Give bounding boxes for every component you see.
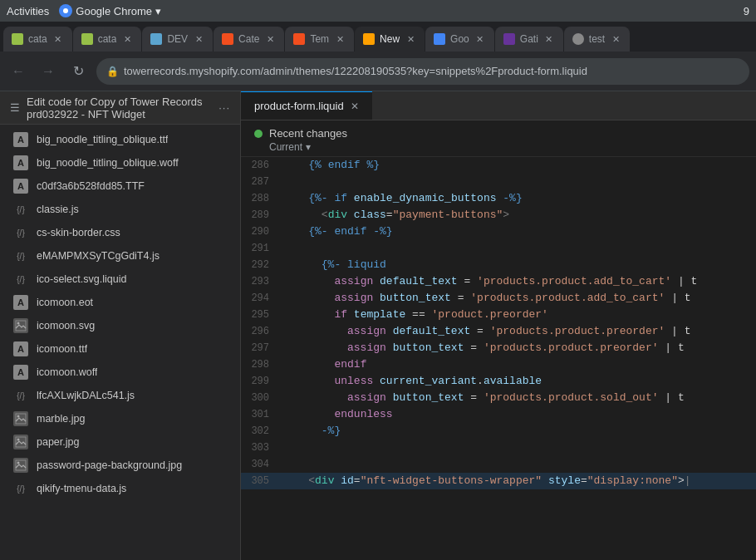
- file-item[interactable]: paper.jpg: [0, 430, 240, 454]
- file-item[interactable]: Aicomoon.ttf: [0, 337, 240, 361]
- line-content[interactable]: assign button_text = 'products.product.s…: [282, 390, 756, 406]
- tab-close-dev[interactable]: ✕: [193, 33, 204, 45]
- tab-favicon-gat: [503, 33, 515, 45]
- back-button[interactable]: ←: [7, 60, 30, 83]
- file-icon: [13, 435, 28, 449]
- svg-point-0: [63, 8, 68, 13]
- line-content[interactable]: {%- liquid: [282, 257, 756, 273]
- file-item[interactable]: marble.jpg: [0, 407, 240, 430]
- line-content[interactable]: {%- if enable_dynamic_buttons -%}: [282, 190, 756, 207]
- file-item[interactable]: Abig_noodle_titling_oblique.ttf: [0, 128, 240, 151]
- tab-dev[interactable]: DEV ✕: [142, 27, 213, 52]
- code-area[interactable]: 286 {% endif %}287 288 {%- if enable_dyn…: [241, 157, 756, 560]
- line-content[interactable]: [282, 456, 756, 473]
- file-item[interactable]: Abig_noodle_titling_oblique.woff: [0, 151, 240, 174]
- current-button[interactable]: Current ▾: [269, 141, 743, 153]
- line-content[interactable]: {%- endif -%}: [282, 224, 756, 240]
- tab-close-goo[interactable]: ✕: [474, 33, 486, 45]
- file-name: big_noodle_titling_oblique.ttf: [37, 134, 168, 145]
- line-content[interactable]: [282, 440, 756, 456]
- line-content[interactable]: endif: [282, 356, 756, 373]
- line-number: 292: [241, 257, 282, 273]
- code-line: 301 endunless: [241, 406, 756, 423]
- line-content[interactable]: -%}: [282, 423, 756, 440]
- sidebar-more-button[interactable]: ···: [218, 101, 230, 114]
- line-content[interactable]: [282, 174, 756, 190]
- tab-close-gat[interactable]: ✕: [543, 33, 555, 45]
- tab-label-test: test: [589, 33, 605, 45]
- file-list: Abig_noodle_titling_oblique.ttfAbig_nood…: [0, 125, 240, 560]
- file-name: icomoon.ttf: [37, 343, 87, 355]
- line-content[interactable]: unless current_variant.available: [282, 373, 756, 390]
- file-item[interactable]: Aicomoon.woff: [0, 361, 240, 384]
- file-item[interactable]: {/}qikify-tmenu-data.js: [0, 477, 240, 500]
- file-name: icomoon.eot: [37, 297, 93, 308]
- line-number: 288: [241, 190, 282, 207]
- file-item[interactable]: Ac0df3a6b528fdd85.TTF: [0, 174, 240, 198]
- tab-tem[interactable]: Tem ✕: [285, 27, 354, 52]
- activities-button[interactable]: Activities: [7, 5, 49, 17]
- sidebar-header: ☰ Edit code for Copy of Tower Records pr…: [0, 91, 240, 125]
- line-content[interactable]: {% endif %}: [282, 157, 756, 174]
- file-item[interactable]: password-page-background.jpg: [0, 454, 240, 477]
- file-name: cs-skin-border.css: [37, 227, 120, 238]
- reload-button[interactable]: ↻: [66, 60, 90, 83]
- file-item[interactable]: {/}ico-select.svg.liquid: [0, 268, 240, 291]
- tab-close-cate[interactable]: ✕: [264, 33, 276, 45]
- file-item[interactable]: Aicomoon.eot: [0, 291, 240, 314]
- file-item[interactable]: {/}classie.js: [0, 198, 240, 221]
- file-item[interactable]: {/}eMAMPMXSyTCgGdiT4.js: [0, 244, 240, 268]
- system-time: 9: [744, 5, 749, 17]
- file-item[interactable]: {/}lfcAXLwjkDALc541.js: [0, 384, 240, 407]
- svg-rect-7: [16, 460, 26, 470]
- editor-tab-product-form[interactable]: product-form.liquid ✕: [241, 91, 372, 120]
- tab-close-tem[interactable]: ✕: [334, 33, 346, 45]
- file-item[interactable]: {/}cs-skin-border.css: [0, 221, 240, 244]
- code-line: 286 {% endif %}: [241, 157, 756, 174]
- tab-gat[interactable]: Gati ✕: [495, 27, 563, 52]
- tab-cat1[interactable]: cata ✕: [3, 27, 72, 52]
- file-item[interactable]: icomoon.svg: [0, 314, 240, 337]
- tab-label-tem: Tem: [310, 33, 329, 45]
- file-icon: A: [13, 179, 28, 194]
- url-text: towerrecords.myshopify.com/admin/themes/…: [124, 65, 587, 77]
- file-icon: A: [13, 295, 28, 310]
- line-content[interactable]: endunless: [282, 406, 756, 423]
- tab-test[interactable]: test ✕: [564, 27, 630, 52]
- code-line: 293 assign default_text = 'products.prod…: [241, 273, 756, 290]
- line-content[interactable]: [282, 240, 756, 257]
- line-content[interactable]: <div class="payment-buttons">: [282, 207, 756, 224]
- tab-new[interactable]: New ✕: [355, 27, 425, 52]
- tab-close-cat1[interactable]: ✕: [52, 33, 64, 45]
- line-content[interactable]: assign default_text = 'products.product.…: [282, 323, 756, 340]
- line-number: 299: [241, 373, 282, 390]
- code-line: 288 {%- if enable_dynamic_buttons -%}: [241, 190, 756, 207]
- code-line: 295 if template == 'product.preorder': [241, 307, 756, 323]
- tab-close-cat2[interactable]: ✕: [121, 33, 133, 45]
- line-content[interactable]: assign button_text = 'products.product.p…: [282, 340, 756, 356]
- line-content[interactable]: if template == 'product.preorder': [282, 307, 756, 323]
- code-line: 292 {%- liquid: [241, 257, 756, 273]
- chrome-dropdown-icon[interactable]: ▾: [155, 5, 161, 17]
- editor-tab-close[interactable]: ✕: [351, 101, 359, 112]
- tab-goo[interactable]: Goo ✕: [425, 27, 494, 52]
- tab-favicon-new: [363, 33, 375, 45]
- forward-button[interactable]: →: [37, 60, 60, 83]
- line-number: 301: [241, 406, 282, 423]
- line-content[interactable]: <div id="nft-widget-buttons-wrapper" sty…: [282, 473, 756, 489]
- line-content[interactable]: assign button_text = 'products.product.a…: [282, 290, 756, 307]
- tab-close-test[interactable]: ✕: [610, 33, 621, 45]
- file-icon: {/}: [13, 481, 28, 496]
- tab-cat2[interactable]: cata ✕: [73, 27, 142, 52]
- line-content[interactable]: assign default_text = 'products.product.…: [282, 273, 756, 290]
- file-name: qikify-tmenu-data.js: [37, 483, 126, 494]
- sidebar-back-button[interactable]: ☰: [10, 101, 20, 114]
- tab-cate[interactable]: Cate ✕: [214, 27, 284, 52]
- line-number: 290: [241, 224, 282, 240]
- file-name: eMAMPMXSyTCgGdiT4.js: [37, 250, 160, 262]
- current-label: Current: [269, 141, 302, 153]
- file-icon: {/}: [13, 272, 28, 287]
- tab-close-new[interactable]: ✕: [405, 33, 416, 45]
- url-bar[interactable]: 🔒 towerrecords.myshopify.com/admin/theme…: [96, 58, 749, 85]
- tab-label-cate: Cate: [238, 33, 259, 45]
